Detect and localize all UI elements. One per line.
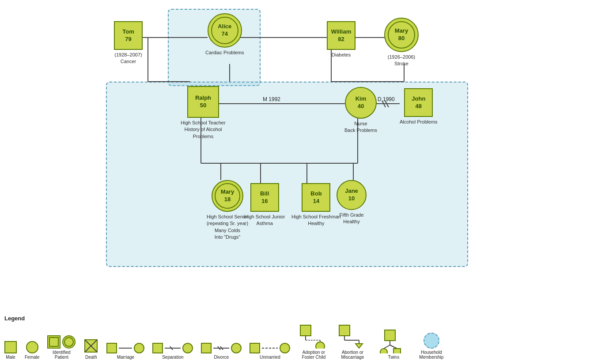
kim-shape: Kim 40 [345, 87, 377, 119]
kim-age: 40 [358, 103, 364, 110]
bill-label: High School Junior Asthma [244, 214, 285, 227]
legend-marriage-ci [134, 343, 144, 353]
john-shape: John 48 [404, 88, 433, 117]
tom-age: 79 [125, 36, 131, 43]
legend-sep-row [152, 343, 193, 353]
legend-ip-ci [62, 335, 76, 349]
alice-label: Cardiac Problems [205, 49, 244, 56]
bob-shape: Bob 14 [302, 183, 330, 212]
mary-jr-shape-inner: Mary 18 [215, 183, 240, 209]
kim-name: Kim [356, 95, 367, 103]
marriage-label-ralph-kim: M 1992 [263, 96, 280, 102]
divorce-label-kim-john: D 1990 [378, 96, 395, 102]
legend: Legend Male Female [0, 315, 590, 360]
ralph-name: Ralph [195, 94, 211, 102]
legend-ip-row [47, 335, 76, 349]
legend-unmarried: Unmarried [250, 343, 290, 360]
svg-rect-42 [385, 330, 395, 341]
main-container: Tom 79 (1928–2007) Cancer Alice 74 Cardi… [0, 0, 590, 364]
legend-div-ci [231, 343, 242, 353]
legend-divorce: Divorce [201, 343, 242, 360]
bill-shape: Bill 16 [250, 183, 279, 212]
legend-ip-label: IdentifiedPatient [53, 350, 71, 360]
ralph-age: 50 [200, 102, 206, 109]
legend-female-icon [26, 341, 38, 353]
legend-female: Female [25, 341, 39, 360]
legend-male-icon [4, 341, 17, 353]
tom-shape: Tom 79 [114, 21, 143, 50]
legend-household-label: HouseholdMembership [419, 350, 443, 360]
legend-ip-sq [47, 335, 61, 349]
bob-label: High School Freshman Healthy [291, 214, 341, 227]
legend-title: Legend [4, 315, 586, 322]
svg-line-44 [384, 345, 390, 349]
mary-jr-name: Mary [221, 188, 234, 196]
mary-sr-name: Mary [395, 27, 408, 35]
svg-rect-32 [300, 325, 311, 336]
node-john: John 48 Alcohol Problems [400, 88, 438, 125]
john-name: John [412, 95, 425, 103]
mary-jr-shape-outer: Mary 18 [212, 180, 243, 212]
node-bob: Bob 14 High School Freshman Healthy [291, 183, 341, 227]
jane-label: Fifth Grade Healthy [339, 212, 363, 225]
legend-twins: Twins [376, 329, 411, 360]
legend-adoption-label: Adoption orFoster Child [302, 350, 325, 360]
svg-rect-37 [339, 325, 350, 336]
legend-marriage-line [119, 348, 132, 349]
legend-items: Male Female IdentifiedPatient [4, 324, 586, 360]
william-age: 82 [338, 36, 344, 43]
legend-unm-ci [280, 343, 290, 353]
legend-identified-patient: IdentifiedPatient [47, 335, 76, 360]
legend-twins-icon [376, 329, 411, 353]
node-jane: Jane 10 Fifth Grade Healthy [337, 180, 367, 225]
legend-sep-sq [152, 343, 163, 353]
legend-abortion: Abortion orMiscarriage [337, 324, 368, 360]
jane-shape: Jane 10 [337, 180, 367, 210]
svg-point-36 [316, 342, 325, 349]
bill-age: 16 [261, 198, 268, 205]
legend-male-label: Male [6, 355, 15, 360]
legend-death-label: Death [85, 355, 97, 360]
legend-marriage: Marriage [106, 343, 144, 360]
alice-shape-inner: Alice 74 [211, 17, 238, 44]
legend-div-row [201, 343, 242, 353]
svg-point-46 [380, 349, 387, 353]
svg-rect-47 [393, 349, 401, 353]
legend-ip-sq-inner [49, 337, 59, 347]
legend-death-icon [83, 338, 98, 353]
legend-marriage-label: Marriage [117, 355, 134, 360]
legend-male: Male [4, 341, 17, 360]
legend-unm-row [250, 343, 290, 353]
node-bill: Bill 16 High School Junior Asthma [244, 183, 285, 227]
relationship-lines [0, 0, 590, 364]
legend-abortion-label: Abortion orMiscarriage [341, 350, 364, 360]
william-label: Diabetes [332, 52, 351, 58]
mary-sr-label: (1926–2006) Stroke [388, 54, 415, 68]
legend-female-label: Female [25, 355, 39, 360]
legend-household: HouseholdMembership [419, 333, 443, 360]
mary-jr-age: 18 [224, 196, 231, 203]
legend-adoption-icon [298, 324, 329, 349]
node-alice: Alice 74 Cardiac Problems [205, 13, 244, 56]
svg-marker-41 [356, 344, 363, 348]
mary-sr-shape-inner: Mary 80 [388, 21, 415, 49]
bob-age: 14 [313, 198, 319, 205]
legend-div-sq [201, 343, 212, 353]
svg-line-45 [390, 345, 397, 349]
legend-unm-icon [262, 346, 278, 350]
legend-twins-label: Twins [388, 355, 400, 360]
node-kim: Kim 40 Nurse Back Problems [344, 87, 377, 134]
legend-unm-sq [250, 343, 260, 353]
bill-name: Bill [260, 190, 269, 198]
tom-label: (1928–2007) Cancer [114, 52, 142, 65]
tom-name: Tom [122, 28, 134, 36]
legend-death: Death [83, 338, 98, 360]
ralph-label: High School Teacher History of Alcohol P… [177, 120, 230, 140]
john-label: Alcohol Problems [400, 119, 438, 125]
ralph-shape: Ralph 50 [187, 86, 219, 118]
node-tom: Tom 79 (1928–2007) Cancer [114, 21, 143, 65]
legend-separation: Separation [152, 343, 193, 360]
jane-age: 10 [348, 195, 355, 203]
legend-sep-icon [165, 346, 181, 350]
legend-div-icon [213, 346, 229, 350]
